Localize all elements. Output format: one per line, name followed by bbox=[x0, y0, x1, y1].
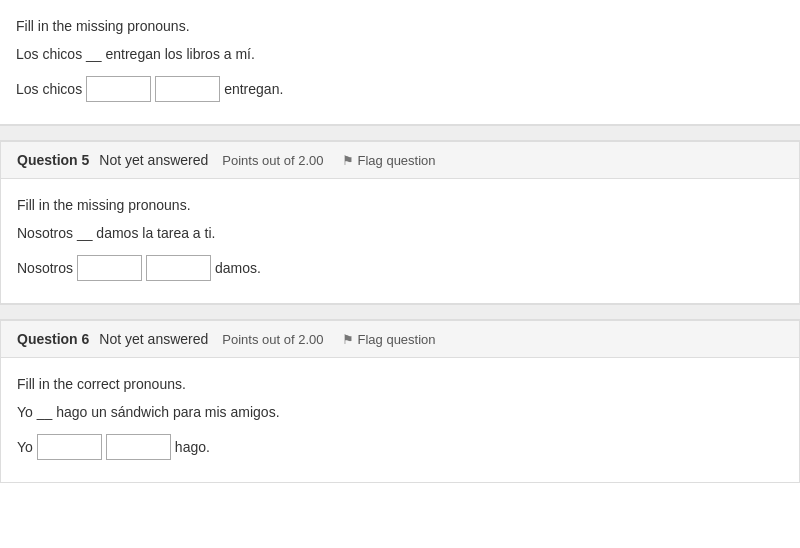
question-6-sentence: Yo __ hago un sándwich para mis amigos. bbox=[17, 404, 783, 420]
question-6-status: Not yet answered bbox=[99, 331, 208, 347]
question-5-body: Fill in the missing pronouns. Nosotros _… bbox=[1, 179, 799, 303]
question-5-flag-label: Flag question bbox=[358, 153, 436, 168]
question-6-input-1[interactable] bbox=[37, 434, 102, 460]
question-5-status: Not yet answered bbox=[99, 152, 208, 168]
question-5-input-1[interactable] bbox=[77, 255, 142, 281]
flag-icon-5: ⚑ bbox=[342, 153, 354, 168]
question-5-suffix: damos. bbox=[215, 260, 261, 276]
question-6-input-2[interactable] bbox=[106, 434, 171, 460]
question-6-number: Question 6 bbox=[17, 331, 89, 347]
question-5-block: Question 5 Not yet answered Points out o… bbox=[0, 141, 800, 304]
prev-instruction: Fill in the missing pronouns. bbox=[16, 18, 784, 34]
question-5-flag[interactable]: ⚑ Flag question bbox=[342, 153, 436, 168]
prev-question-body: Fill in the missing pronouns. Los chicos… bbox=[0, 0, 800, 125]
question-5-prefix: Nosotros bbox=[17, 260, 73, 276]
question-6-answer-row: Yo hago. bbox=[17, 434, 783, 460]
question-5-header: Question 5 Not yet answered Points out o… bbox=[1, 142, 799, 179]
question-6-header: Question 6 Not yet answered Points out o… bbox=[1, 321, 799, 358]
question-5-input-2[interactable] bbox=[146, 255, 211, 281]
prev-input-1[interactable] bbox=[86, 76, 151, 102]
question-6-points: Points out of 2.00 bbox=[222, 332, 323, 347]
prev-answer-prefix: Los chicos bbox=[16, 81, 82, 97]
prev-answer-row: Los chicos entregan. bbox=[16, 76, 784, 102]
question-6-flag-label: Flag question bbox=[358, 332, 436, 347]
prev-input-2[interactable] bbox=[155, 76, 220, 102]
section-divider-2 bbox=[0, 304, 800, 320]
prev-sentence: Los chicos __ entregan los libros a mí. bbox=[16, 46, 784, 62]
section-divider-1 bbox=[0, 125, 800, 141]
question-6-flag[interactable]: ⚑ Flag question bbox=[342, 332, 436, 347]
prev-answer-suffix: entregan. bbox=[224, 81, 283, 97]
question-6-block: Question 6 Not yet answered Points out o… bbox=[0, 320, 800, 483]
question-6-suffix: hago. bbox=[175, 439, 210, 455]
question-5-points: Points out of 2.00 bbox=[222, 153, 323, 168]
question-6-body: Fill in the correct pronouns. Yo __ hago… bbox=[1, 358, 799, 482]
question-5-answer-row: Nosotros damos. bbox=[17, 255, 783, 281]
question-5-sentence: Nosotros __ damos la tarea a ti. bbox=[17, 225, 783, 241]
question-5-number: Question 5 bbox=[17, 152, 89, 168]
question-6-instruction: Fill in the correct pronouns. bbox=[17, 376, 783, 392]
flag-icon-6: ⚑ bbox=[342, 332, 354, 347]
question-5-instruction: Fill in the missing pronouns. bbox=[17, 197, 783, 213]
question-6-prefix: Yo bbox=[17, 439, 33, 455]
